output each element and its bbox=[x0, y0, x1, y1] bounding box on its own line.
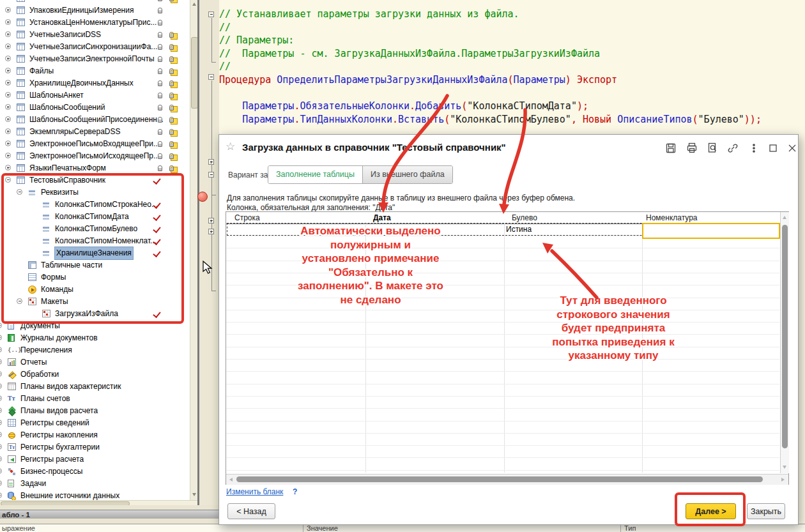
expand-icon[interactable] bbox=[5, 31, 11, 37]
scroll-left-icon[interactable] bbox=[229, 478, 233, 482]
favorite-star-icon[interactable]: ☆ bbox=[226, 140, 235, 153]
breakpoint-icon[interactable] bbox=[197, 192, 208, 202]
scroll-up-icon[interactable] bbox=[192, 3, 196, 6]
scrollbar-thumb[interactable] bbox=[782, 225, 788, 448]
tree-item[interactable]: Файлы bbox=[0, 65, 190, 77]
tree-item[interactable]: ШаблоныСообщений bbox=[0, 102, 190, 114]
lock-icon bbox=[157, 140, 165, 148]
expand-icon[interactable] bbox=[0, 407, 2, 413]
expand-icon[interactable] bbox=[5, 56, 11, 61]
expand-icon[interactable] bbox=[5, 128, 11, 134]
expand-icon[interactable] bbox=[0, 468, 2, 474]
tree-item[interactable]: Задачи bbox=[0, 478, 190, 490]
fold-collapse-icon[interactable] bbox=[208, 74, 214, 80]
tab-fill-table[interactable]: Заполнение таблицы bbox=[268, 166, 362, 183]
help-link[interactable]: ? bbox=[293, 487, 297, 496]
active-cell[interactable] bbox=[642, 223, 780, 239]
expand-icon[interactable] bbox=[0, 383, 2, 389]
expand-icon[interactable] bbox=[0, 347, 2, 353]
expand-icon[interactable] bbox=[0, 323, 2, 328]
grid-horizontal-scrollbar[interactable] bbox=[226, 474, 788, 485]
tree-item[interactable]: УчетныеЗаписиDSS bbox=[0, 29, 190, 41]
tree-item[interactable]: ЭлектронноеПисьмоИсходящееПр... bbox=[0, 150, 190, 162]
lock-icon bbox=[157, 6, 165, 14]
tree-item[interactable]: ХранилищеДвоичныхДанных bbox=[0, 77, 190, 89]
support-lock-icon bbox=[169, 128, 176, 135]
expand-icon[interactable] bbox=[5, 43, 11, 49]
column-header-4[interactable]: Номенклатура bbox=[642, 212, 780, 224]
scroll-up-icon[interactable] bbox=[783, 216, 786, 219]
expand-icon[interactable] bbox=[0, 420, 2, 425]
tree-item[interactable]: ЭлектронноеПисьмоВходящееПри... bbox=[0, 138, 190, 150]
bp-icon bbox=[8, 467, 16, 476]
save-icon[interactable] bbox=[665, 142, 677, 154]
fold-expand-icon[interactable] bbox=[208, 218, 214, 224]
close-button[interactable]: Закрыть bbox=[747, 503, 785, 519]
expand-icon[interactable] bbox=[5, 80, 11, 86]
tree-item[interactable]: УстановкаЦенНоменклатурыПрис... bbox=[0, 17, 190, 29]
code-area[interactable]: // Устанавливает параметры загрузки данн… bbox=[219, 8, 805, 135]
more-menu-icon[interactable] bbox=[748, 142, 760, 154]
tree-item[interactable]: Отчеты bbox=[0, 356, 190, 369]
tree-item[interactable]: Регистры накопления bbox=[0, 429, 190, 441]
expand-icon[interactable] bbox=[0, 395, 2, 401]
link-icon[interactable] bbox=[727, 142, 739, 154]
tree-item[interactable]: Планы видов расчета bbox=[0, 405, 190, 417]
fold-expand-icon[interactable] bbox=[208, 229, 214, 234]
expand-icon[interactable] bbox=[5, 116, 11, 122]
tree-item[interactable]: Регистры сведений bbox=[0, 417, 190, 429]
scroll-down-icon[interactable] bbox=[192, 493, 196, 496]
chartchar-icon bbox=[8, 383, 16, 390]
column-header-1[interactable]: Строка bbox=[227, 212, 365, 224]
close-icon[interactable] bbox=[786, 142, 798, 154]
expand-icon[interactable] bbox=[0, 335, 2, 340]
tree-item[interactable]: Планы видов характеристик bbox=[0, 381, 190, 393]
fold-collapse-icon[interactable] bbox=[208, 11, 214, 17]
tree-item[interactable]: УчетныеЗаписиЭлектроннойПочты bbox=[0, 53, 190, 65]
expand-icon[interactable] bbox=[5, 7, 11, 13]
tree-item[interactable]: Регистры расчета bbox=[0, 453, 190, 466]
expand-icon[interactable] bbox=[0, 371, 2, 377]
back-button[interactable]: < Назад bbox=[227, 503, 275, 519]
tree-item[interactable]: Обработки bbox=[0, 369, 190, 381]
expand-icon[interactable] bbox=[5, 104, 11, 110]
tree-item[interactable]: ЭкземплярыСервераDSS bbox=[0, 126, 190, 138]
expand-icon[interactable] bbox=[5, 68, 11, 73]
tree-item[interactable] bbox=[0, 0, 190, 4]
expand-icon[interactable] bbox=[5, 92, 11, 98]
expand-icon[interactable] bbox=[5, 141, 11, 146]
edit-form-link[interactable]: Изменить бланк bbox=[226, 487, 283, 496]
catalog-icon bbox=[17, 152, 25, 160]
expand-icon[interactable] bbox=[0, 456, 2, 462]
tree-item[interactable]: ШаблоныСообщенийПрисоединенн... bbox=[0, 114, 190, 126]
tree-item[interactable]: Регистры бухгалтерии bbox=[0, 441, 190, 453]
expand-icon[interactable] bbox=[0, 432, 2, 437]
tree-item[interactable]: Перечисления bbox=[0, 344, 190, 356]
tree-item[interactable]: ШаблоныАнкет bbox=[0, 89, 190, 102]
scroll-right-icon[interactable] bbox=[781, 478, 785, 482]
tree-item[interactable]: Планы счетов bbox=[0, 393, 190, 405]
tree-item[interactable]: УпаковкиЕдиницыИзмерения bbox=[0, 4, 190, 17]
column-header-2[interactable]: Дата bbox=[365, 212, 504, 224]
scroll-down-icon[interactable] bbox=[783, 466, 786, 469]
expand-icon[interactable] bbox=[5, 153, 11, 158]
column-header-3[interactable]: Булево bbox=[504, 212, 642, 224]
expand-icon[interactable] bbox=[0, 359, 2, 365]
grid-vertical-scrollbar[interactable] bbox=[780, 212, 789, 473]
tree-item[interactable]: Внешние источники данных bbox=[0, 490, 190, 500]
fold-collapse-icon[interactable] bbox=[208, 172, 214, 178]
preview-icon[interactable] bbox=[707, 142, 718, 154]
fold-expand-icon[interactable] bbox=[208, 159, 214, 165]
print-icon[interactable] bbox=[686, 142, 698, 154]
expand-icon[interactable] bbox=[5, 165, 11, 171]
tree-item[interactable]: УчетныеЗаписиСинхронизацииФа... bbox=[0, 41, 190, 53]
tab-from-file[interactable]: Из внешнего файла bbox=[362, 166, 452, 183]
tree-item[interactable]: Бизнес-процессы bbox=[0, 466, 190, 478]
expand-icon[interactable] bbox=[0, 480, 2, 486]
expand-icon[interactable] bbox=[0, 492, 2, 498]
maximize-icon[interactable] bbox=[767, 142, 779, 154]
expand-icon[interactable] bbox=[0, 444, 2, 450]
scrollbar-thumb[interactable] bbox=[236, 476, 763, 482]
tree-item[interactable]: Журналы документов bbox=[0, 332, 190, 344]
expand-icon[interactable] bbox=[5, 19, 11, 25]
